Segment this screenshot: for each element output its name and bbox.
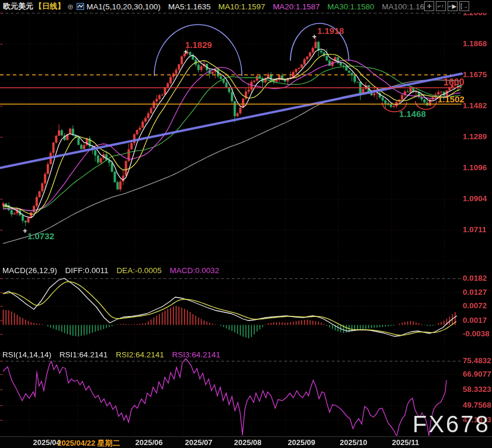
price-axis-label: 1.1482 [463,101,492,110]
support-price-tag: 1.1502 [438,94,465,104]
annotation-nov-low: 1.1468 [399,109,426,119]
y-axis-zoom-icon[interactable]: ⌐↑ [436,1,446,11]
macd-pane-header: MACD(26,12,9) DIFF:0.0011 DEA:-0.0005 MA… [2,266,225,275]
annotation-july-high: 1.1829 [185,40,212,50]
rsi-axis-label: 66.9077 [463,370,492,378]
rsi-title: RSI(14,14,14) [2,350,51,359]
date-label[interactable]: 2025/07 [185,438,213,447]
header-ma5-value: MA100:1.16 [382,2,425,11]
ma-values: MA5:1.1635MA10:1.1597MA20:1.1587MA30:1.1… [161,2,425,11]
date-label[interactable]: 2025/08 [234,438,262,447]
chart-header: 欧元美元 【日线】 ⊕ MA1(5,10,20,30,100) MA5:1.16… [0,0,492,13]
date-label[interactable]: 2025/04 [33,438,61,447]
date-label-selected[interactable]: 2025/04/22 星期二 [57,438,120,448]
annotation-april-low: 1.0732 [27,231,54,241]
ma-settings-label: MA1(5,10,20,30,100) [86,2,161,11]
last-price-tag: 1600 [444,77,465,88]
x-axis-zoom-icon[interactable]: ⌐▶ [448,1,458,11]
extreme-cross-marker: + [23,227,27,235]
move-tool-icon[interactable]: ✛ [424,1,434,11]
crosshair-icon[interactable]: ⊕ [67,2,74,11]
date-label[interactable]: 2025/10 [340,438,368,447]
chart-toolbar: ✛⌐↑⌐▶[→ [424,1,469,11]
price-axis-label: 1.1675 [463,70,492,79]
chart-window: 欧元美元 【日线】 ⊕ MA1(5,10,20,30,100) MA5:1.16… [0,0,492,448]
symbol-name: 欧元美元 [3,1,33,12]
macd-axis-label: 0.0072 [463,301,492,310]
fx678-watermark: FX678 [413,411,490,437]
price-axis-label: 1.1289 [463,132,492,141]
rsi1-value: RSI1:64.2141 [60,350,108,359]
date-label[interactable]: 2025/11 [392,438,419,447]
macd-dea-value: DEA:-0.0005 [116,266,161,275]
price-axis-label: 1.1868 [463,39,492,48]
price-axis-label: 1.1096 [463,163,492,172]
rsi-pane-header: RSI(14,14,14) RSI1:64.2141 RSI2:64.2141 … [2,350,226,359]
rsi-axis-label: 58.3323 [463,385,492,394]
macd-title: MACD(26,12,9) [2,266,57,275]
extreme-cross-marker: + [312,33,317,40]
price-axis-label: 1.0904 [463,194,492,203]
pan-right-icon[interactable]: [→ [459,1,469,11]
macd-macd-value: MACD:0.0032 [169,266,219,275]
macd-axis-label: 0.0127 [463,288,492,297]
header-ma1-value: MA5:1.1635 [168,2,211,11]
macd-axis-label: -0.0038 [463,329,492,338]
chart-canvas[interactable] [0,0,492,448]
chart-type-icon[interactable] [77,3,84,10]
rsi2-value: RSI2:64.2141 [116,350,164,359]
rsi-axis-label: 75.4832 [463,356,492,365]
price-axis-label: 1.0711 [463,225,492,234]
date-axis[interactable]: 2025/042025/04/22 星期二2025/062025/072025/… [0,436,492,448]
rsi-axis-label: 49.7568 [463,401,492,409]
macd-diff-value: DIFF:0.0011 [65,266,109,275]
date-label[interactable]: 2025/06 [136,438,163,447]
macd-axis-label: 0.0182 [463,274,492,282]
annotation-sept-high: 1.1918 [317,26,344,36]
date-label[interactable]: 2025/09 [288,438,316,447]
macd-axis-label: 0.0017 [463,316,492,325]
rsi3-value: RSI3:64.2141 [172,350,220,359]
header-ma2-value: MA10:1.1597 [219,2,265,11]
period-label[interactable]: 【日线】 [34,1,65,12]
header-ma4-value: MA30:1.1580 [327,2,374,11]
header-ma3-value: MA20:1.1587 [273,2,320,11]
